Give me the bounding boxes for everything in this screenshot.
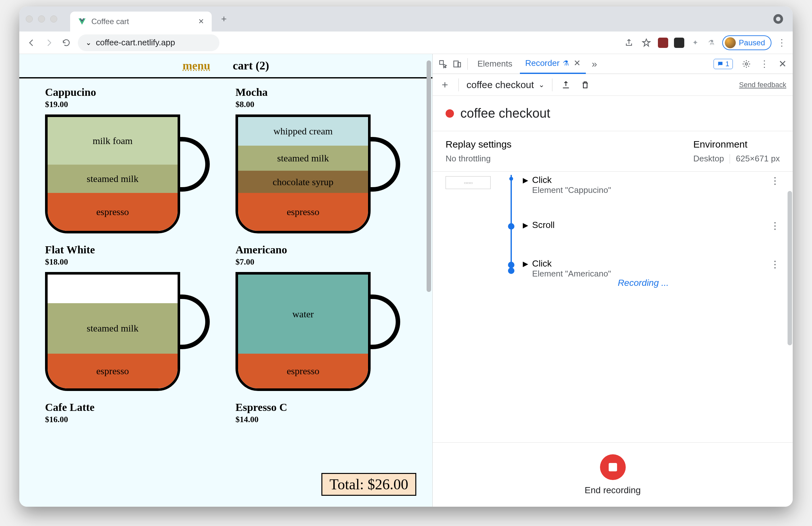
labs-icon[interactable]: ⚗ [706, 37, 716, 48]
export-icon[interactable] [560, 79, 572, 91]
step-menu-icon[interactable]: ⋮ [770, 175, 780, 186]
browser-menu-icon[interactable]: ⋮ [777, 37, 786, 48]
close-recorder-tab-icon[interactable]: ✕ [574, 58, 581, 68]
flask-icon: ⚗ [563, 59, 569, 67]
step-menu-icon[interactable]: ⋮ [770, 220, 780, 231]
stop-recording-button[interactable] [600, 454, 626, 480]
extension-1-icon[interactable] [658, 37, 668, 48]
device-toolbar-icon[interactable] [451, 58, 463, 70]
recorder-toolbar: + coffee checkout ⌄ Send feedback [433, 74, 793, 96]
timeline-dot [508, 268, 514, 274]
end-recording-label: End recording [584, 485, 640, 495]
url-text: coffee-cart.netlify.app [96, 37, 175, 48]
address-bar: ⌄ coffee-cart.netlify.app ✦ ⚗ Paused ⋮ [19, 31, 793, 54]
site-info-icon[interactable]: ⌄ [86, 39, 91, 47]
devtools-tabstrip: Elements Recorder ⚗ ✕ » 1 ⋮ ✕ [433, 54, 793, 74]
recorder-step[interactable]: ▶ Click Element "Cappucino" ⋮ [523, 175, 780, 195]
tab-elements[interactable]: Elements [472, 54, 517, 73]
end-recording-bar: End recording [433, 442, 793, 507]
step-menu-icon[interactable]: ⋮ [770, 258, 780, 270]
delete-icon[interactable] [579, 79, 591, 91]
screenshot-thumbnail[interactable]: ▭▭▭ [446, 176, 491, 189]
recording-settings: Replay settings No throttling Environmen… [433, 131, 793, 172]
vue-favicon-icon [78, 17, 86, 26]
cup[interactable]: whipped creamsteamed milkchocolate syrup… [235, 115, 389, 234]
cup-layer: espresso [48, 354, 178, 388]
cup[interactable]: steamed milkespresso [45, 272, 199, 392]
recording-selector[interactable]: coffee checkout ⌄ [466, 79, 544, 90]
cup-layer: espresso [238, 354, 368, 388]
back-button[interactable] [26, 37, 37, 48]
tab-recorder[interactable]: Recorder ⚗ ✕ [520, 54, 586, 74]
cup-handle [178, 137, 210, 192]
cup-handle [178, 295, 210, 349]
page-content: menu cart (2) Cappucino $19.00 milk foam… [19, 54, 432, 507]
product-name: Cafe Latte [45, 401, 216, 414]
product-name: Mocha [235, 86, 407, 99]
new-recording-icon[interactable]: + [439, 79, 451, 91]
chevron-down-icon: ⌄ [538, 81, 544, 89]
page-scrollbar-thumb[interactable] [426, 60, 431, 292]
timeline: ▶ Click Element "Cappucino" ⋮▶ Scroll ⋮▶… [507, 175, 780, 442]
extensions-menu-icon[interactable]: ✦ [690, 37, 700, 48]
cup-layer: steamed milk [238, 146, 368, 171]
expand-step-icon[interactable]: ▶ [523, 221, 528, 229]
product-price: $14.00 [235, 415, 407, 424]
product-card: Espresso C $14.00 [235, 401, 407, 424]
paused-label: Paused [739, 38, 765, 47]
recording-status: Recording ... [507, 278, 780, 288]
timeline-dot [508, 262, 514, 268]
content-row: menu cart (2) Cappucino $19.00 milk foam… [19, 54, 793, 507]
cup-handle [368, 137, 400, 192]
replay-settings-heading: Replay settings [446, 139, 511, 150]
products-grid: Cappucino $19.00 milk foamsteamed milkes… [19, 78, 432, 432]
throttling-value[interactable]: No throttling [446, 154, 511, 164]
maximize-window[interactable] [50, 15, 57, 22]
close-devtools-icon[interactable]: ✕ [777, 58, 788, 70]
profile-paused-pill[interactable]: Paused [722, 35, 771, 50]
bookmark-icon[interactable] [640, 37, 652, 48]
cup-handle [368, 295, 400, 349]
profile-indicator-icon[interactable] [773, 14, 783, 24]
env-device: Desktop [693, 154, 724, 164]
devtools-menu-icon[interactable]: ⋮ [760, 59, 769, 69]
forward-button[interactable] [43, 37, 55, 48]
expand-step-icon[interactable]: ▶ [523, 176, 528, 184]
share-icon[interactable] [623, 37, 635, 48]
recording-title: coffee checkout [460, 106, 550, 121]
recorder-step[interactable]: ▶ Scroll ⋮ [523, 220, 780, 231]
cup[interactable]: waterespresso [235, 272, 389, 392]
inspect-element-icon[interactable] [437, 58, 449, 70]
close-window[interactable] [26, 15, 33, 22]
page-nav: menu cart (2) [19, 54, 432, 78]
browser-tab[interactable]: Coffee cart ✕ [70, 12, 212, 31]
recorder-step[interactable]: ▶ Click Element "Americano" ⋮ [523, 258, 780, 279]
steps-panel: ▭▭▭ ▶ Click Element "Cappucino" ⋮▶ Scrol… [433, 172, 793, 442]
timeline-dot [508, 223, 514, 229]
send-feedback-link[interactable]: Send feedback [739, 81, 786, 89]
url-bar[interactable]: ⌄ coffee-cart.netlify.app [78, 34, 219, 51]
reload-button[interactable] [60, 37, 72, 48]
nav-link-cart[interactable]: cart (2) [233, 59, 269, 72]
devtools-settings-icon[interactable] [741, 58, 752, 70]
extension-2-icon[interactable] [674, 37, 684, 48]
more-tabs-icon[interactable]: » [592, 59, 597, 70]
cup-layer: espresso [48, 193, 178, 231]
close-tab-icon[interactable]: ✕ [198, 17, 204, 26]
product-price: $19.00 [45, 100, 216, 109]
total-box[interactable]: Total: $26.00 [321, 473, 416, 496]
messages-badge[interactable]: 1 [713, 59, 733, 69]
nav-link-menu[interactable]: menu [183, 59, 211, 72]
svg-point-2 [745, 63, 748, 65]
minimize-window[interactable] [38, 15, 45, 22]
expand-step-icon[interactable]: ▶ [523, 260, 528, 268]
product-name: Flat White [45, 244, 216, 256]
cup[interactable]: milk foamsteamed milkespresso [45, 115, 199, 234]
new-tab-button[interactable]: + [218, 13, 230, 25]
devtools-scrollbar-thumb[interactable] [787, 191, 792, 345]
cup-layer: espresso [238, 193, 368, 231]
product-price: $8.00 [235, 100, 407, 109]
step-title: Click [532, 175, 611, 185]
product-name: Americano [235, 244, 407, 256]
product-name: Cappucino [45, 86, 216, 99]
